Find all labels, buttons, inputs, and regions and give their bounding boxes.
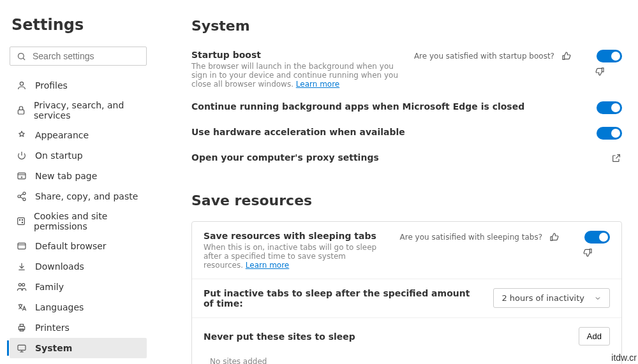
- svg-point-16: [22, 219, 22, 220]
- nav-label: Privacy, search, and services: [34, 100, 140, 120]
- printer-icon: [16, 322, 27, 333]
- lock-icon: [16, 105, 26, 116]
- nav-label: System: [35, 343, 72, 353]
- newtab-icon: [16, 170, 27, 182]
- svg-point-10: [23, 198, 26, 201]
- inactive-time-title: Put inactive tabs to sleep after the spe…: [204, 288, 480, 309]
- svg-point-9: [18, 195, 20, 198]
- nav-label: Profiles: [35, 80, 68, 91]
- startup-boost-row: Startup boost The browser will launch in…: [191, 50, 622, 89]
- profile-icon: [16, 80, 27, 91]
- add-site-button[interactable]: Add: [579, 327, 610, 346]
- like-icon[interactable]: [549, 231, 560, 243]
- hw-accel-row: Use hardware acceleration when available: [191, 127, 622, 140]
- settings-title: Settings: [11, 16, 147, 34]
- select-value: 2 hours of inactivity: [501, 293, 584, 303]
- bg-apps-toggle[interactable]: [597, 101, 622, 114]
- nav-label: Family: [35, 282, 64, 292]
- svg-rect-25: [18, 345, 26, 350]
- cookies-icon: [16, 215, 26, 227]
- hw-accel-title: Use hardware acceleration when available: [191, 127, 584, 137]
- svg-rect-13: [18, 218, 25, 225]
- startup-boost-title: Startup boost: [191, 50, 401, 60]
- sleeping-tabs-row: Save resources with sleeping tabs When t…: [192, 222, 621, 279]
- inactive-time-row: Put inactive tabs to sleep after the spe…: [192, 279, 621, 318]
- nav-cookies[interactable]: Cookies and site permissions: [10, 207, 147, 236]
- hw-accel-toggle[interactable]: [597, 127, 622, 140]
- svg-line-1: [23, 58, 25, 60]
- main-content: System Startup boost The browser will la…: [153, 0, 638, 364]
- startup-boost-toggle[interactable]: [597, 50, 622, 62]
- nav-list: Profiles Privacy, search, and services A…: [10, 75, 147, 364]
- sleeping-tabs-title: Save resources with sleeping tabs: [204, 231, 387, 241]
- nav-startup[interactable]: On startup: [10, 145, 147, 166]
- nav-privacy[interactable]: Privacy, search, and services: [10, 96, 147, 125]
- power-icon: [16, 150, 27, 161]
- nav-languages[interactable]: Languages: [10, 297, 147, 317]
- nav-newtab[interactable]: New tab page: [10, 166, 147, 186]
- nav-label: Default browser: [35, 241, 107, 251]
- share-icon: [16, 191, 27, 202]
- save-resources-title: Save resources: [191, 193, 622, 208]
- nav-reset[interactable]: Reset settings: [10, 358, 147, 364]
- nav-share[interactable]: Share, copy, and paste: [10, 186, 147, 207]
- svg-line-11: [20, 194, 24, 196]
- nav-printers[interactable]: Printers: [10, 317, 147, 338]
- svg-point-21: [22, 284, 25, 286]
- language-icon: [16, 302, 27, 313]
- nav-label: Share, copy, and paste: [35, 191, 138, 201]
- family-icon: [16, 281, 27, 293]
- svg-rect-17: [18, 243, 26, 249]
- inactive-time-select[interactable]: 2 hours of inactivity: [493, 288, 610, 308]
- svg-point-8: [23, 192, 26, 194]
- dislike-icon[interactable]: [579, 50, 590, 62]
- never-sleep-row: Never put these sites to sleep Add No si…: [192, 318, 621, 364]
- bg-apps-title: Continue running background apps when Mi…: [191, 101, 584, 112]
- svg-rect-3: [18, 110, 24, 114]
- nav-system[interactable]: System: [10, 338, 147, 358]
- watermark: itdw.cr: [611, 353, 637, 363]
- svg-line-12: [20, 197, 24, 199]
- svg-point-0: [19, 53, 24, 59]
- learn-more-link[interactable]: Learn more: [296, 80, 339, 89]
- sleeping-tabs-desc: When this is on, inactive tabs will go t…: [204, 243, 387, 270]
- search-icon: [17, 52, 26, 61]
- nav-label: On startup: [35, 150, 83, 161]
- chevron-down-icon: [594, 295, 602, 302]
- nav-label: Languages: [35, 302, 84, 312]
- startup-feedback-text: Are you satisfied with startup boost?: [414, 52, 554, 61]
- dislike-icon[interactable]: [567, 231, 578, 243]
- svg-rect-23: [20, 324, 23, 326]
- nav-label: Appearance: [35, 130, 89, 140]
- download-icon: [16, 261, 27, 272]
- nav-label: New tab page: [35, 171, 97, 181]
- no-sites-text: No sites added: [204, 357, 610, 364]
- nav-downloads[interactable]: Downloads: [10, 256, 147, 277]
- svg-point-20: [19, 284, 21, 286]
- proxy-row[interactable]: Open your computer's proxy settings: [191, 152, 622, 164]
- bg-apps-row: Continue running background apps when Mi…: [191, 101, 622, 114]
- nav-label: Cookies and site permissions: [34, 211, 140, 231]
- browser-icon: [16, 240, 27, 252]
- sleeping-feedback-text: Are you satisified with sleeping tabs?: [400, 233, 542, 242]
- system-icon: [16, 342, 27, 354]
- appearance-icon: [16, 129, 27, 141]
- nav-default-browser[interactable]: Default browser: [10, 236, 147, 256]
- svg-point-2: [20, 82, 23, 85]
- learn-more-link[interactable]: Learn more: [246, 261, 289, 270]
- never-sleep-title: Never put these sites to sleep: [204, 331, 355, 342]
- svg-point-14: [19, 219, 20, 220]
- startup-boost-desc: The browser will launch in the backgroun…: [191, 62, 401, 89]
- nav-appearance[interactable]: Appearance: [10, 125, 147, 145]
- sleeping-tabs-toggle[interactable]: [584, 231, 610, 244]
- nav-family[interactable]: Family: [10, 277, 147, 297]
- nav-label: Downloads: [35, 261, 84, 272]
- nav-profiles[interactable]: Profiles: [10, 75, 147, 96]
- external-link-icon: [611, 152, 622, 164]
- like-icon[interactable]: [561, 50, 572, 62]
- nav-label: Printers: [35, 323, 70, 333]
- sidebar: Settings Profiles Privacy, search, and s…: [0, 0, 153, 364]
- search-box[interactable]: [10, 47, 147, 66]
- system-title: System: [191, 18, 622, 34]
- search-input[interactable]: [33, 51, 140, 61]
